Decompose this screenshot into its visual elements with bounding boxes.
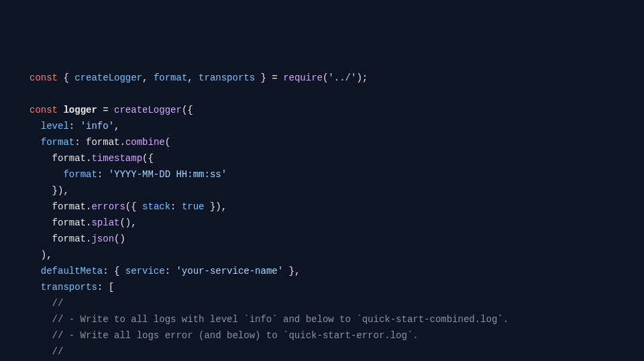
string: 'info' — [80, 121, 114, 132]
property: defaultMeta — [41, 266, 103, 276]
code-line: // — [30, 346, 63, 357]
identifier: transports — [199, 72, 255, 83]
function-call: errors — [91, 201, 125, 212]
function-call: timestamp — [91, 153, 142, 164]
identifier: format — [52, 217, 86, 228]
code-line: level: 'info', — [30, 121, 119, 132]
code-line: ), — [30, 250, 52, 260]
code-line: transports: [ — [30, 282, 114, 293]
property: level — [41, 121, 69, 132]
function-call: combine — [125, 137, 165, 148]
identifier: format — [52, 153, 86, 164]
code-line: format: 'YYYY-MM-DD HH:mm:ss' — [30, 169, 227, 180]
code-line: format.splat(), — [30, 217, 137, 228]
identifier: createLogger — [74, 72, 142, 83]
code-line: // - Write all logs error (and below) to… — [30, 330, 419, 341]
comment: // — [52, 346, 64, 357]
identifier: format — [86, 137, 119, 148]
code-line: const logger = createLogger({ — [30, 105, 193, 115]
property: stack — [142, 201, 170, 212]
code-line: defaultMeta: { service: 'your-service-na… — [30, 266, 300, 276]
identifier: format — [52, 201, 86, 212]
keyword: const — [30, 105, 58, 115]
function-call: require — [283, 72, 323, 83]
property: transports — [41, 282, 97, 293]
function-call: json — [91, 234, 114, 244]
comment: // - Write all logs error (and below) to… — [52, 330, 419, 341]
code-line: format.timestamp({ — [30, 153, 154, 164]
code-line: }), — [30, 185, 69, 196]
function-call: splat — [91, 217, 119, 228]
code-line: format: format.combine( — [30, 137, 170, 148]
keyword: const — [30, 72, 58, 83]
function-call: createLogger — [114, 105, 182, 115]
code-line: const { createLogger, format, transports… — [30, 72, 368, 83]
identifier: format — [154, 72, 187, 83]
string: 'your-service-name' — [176, 266, 283, 276]
property: service — [125, 266, 165, 276]
code-line: format.errors({ stack: true }), — [30, 201, 227, 212]
string: 'YYYY-MM-DD HH:mm:ss' — [109, 169, 227, 180]
comment: // — [52, 298, 64, 309]
boolean: true — [182, 201, 205, 212]
code-line: // — [30, 298, 63, 309]
property: format — [41, 137, 74, 148]
code-block: const { createLogger, format, transports… — [30, 70, 644, 361]
code-line: // - Write to all logs with level `info`… — [30, 314, 508, 325]
string: '../' — [328, 72, 356, 83]
identifier: logger — [63, 105, 97, 115]
comment: // - Write to all logs with level `info`… — [52, 314, 509, 325]
identifier: format — [52, 234, 86, 244]
code-line: format.json() — [30, 234, 125, 244]
property: format — [63, 169, 97, 180]
